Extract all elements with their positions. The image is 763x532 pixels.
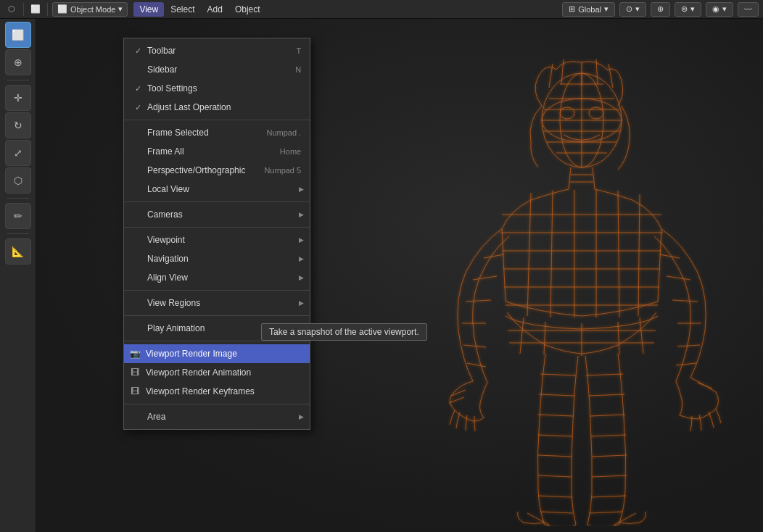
viewport[interactable]: ✓ Toolbar T Sidebar N ✓ Tool Settings ✓ …: [36, 19, 763, 532]
menu-frame-all[interactable]: Frame All Home: [124, 142, 310, 161]
menu-add[interactable]: Add: [202, 2, 228, 17]
tool-settings-check: ✓: [133, 84, 143, 93]
svg-line-52: [618, 322, 619, 354]
local-check: [133, 185, 143, 194]
frame-selected-label: Frame Selected: [147, 128, 247, 138]
menu-align-view[interactable]: Align View: [124, 268, 310, 287]
sidebar-shortcut: N: [295, 65, 301, 74]
overlays[interactable]: 〰: [738, 2, 759, 17]
pivot-selector[interactable]: ⊙ ▾: [619, 2, 646, 17]
chevron-down-icon5: ▾: [722, 4, 727, 14]
menu-area[interactable]: Area: [124, 407, 310, 426]
left-toolbar: ⬜ ⊕ ✛ ↻ ⤢ ⬡ ✏ 📐: [0, 19, 36, 532]
svg-line-69: [592, 475, 627, 477]
menu-select[interactable]: Select: [165, 2, 200, 17]
scale-tool[interactable]: ⤢: [5, 140, 31, 166]
menu-toolbar[interactable]: ✓ Toolbar T: [124, 41, 310, 60]
svg-line-47: [676, 363, 696, 365]
svg-line-18: [569, 167, 571, 189]
menu-view[interactable]: View: [133, 2, 164, 17]
svg-line-33: [638, 194, 640, 316]
main-area: ⬜ ⊕ ✛ ↻ ⤢ ⬡ ✏ 📐: [0, 19, 763, 532]
menu-viewport-render-image[interactable]: 📷 Viewport Render Image: [124, 344, 310, 363]
tool-separator-3: [7, 233, 29, 234]
menu-perspective-ortho[interactable]: Perspective/Orthographic Numpad 5: [124, 161, 310, 180]
menu-navigation[interactable]: Navigation: [124, 249, 310, 268]
frame-all-label: Frame All: [147, 146, 261, 157]
menu-sidebar[interactable]: Sidebar N: [124, 60, 310, 79]
move-tool[interactable]: ✛: [5, 85, 31, 111]
cameras-check: [133, 210, 143, 219]
menu-view-regions[interactable]: View Regions: [124, 294, 310, 312]
svg-line-35: [473, 276, 497, 280]
select-icon: ⬜: [28, 2, 43, 17]
adjust-last-check: ✓: [133, 103, 143, 112]
svg-line-43: [667, 276, 690, 280]
chevron-down-icon3: ▾: [635, 4, 640, 14]
object-mode-label: Object Mode: [70, 5, 115, 14]
svg-line-50: [544, 322, 545, 354]
svg-line-73: [614, 513, 636, 525]
select-box-icon: ⬜: [12, 29, 24, 41]
svg-line-62: [539, 496, 572, 497]
transform-tool[interactable]: ⬡: [5, 167, 31, 194]
tooltip-text: Take a snapshot of the active viewport.: [269, 327, 419, 337]
topbar: ⬡ ⬜ ⬜ Object Mode ▾ View Select Add Obje…: [0, 0, 763, 19]
select-box-tool[interactable]: ⬜: [5, 22, 31, 48]
svg-line-48: [698, 383, 712, 388]
toolbar-check: ✓: [133, 46, 143, 56]
separator: [23, 3, 24, 16]
svg-line-28: [527, 193, 531, 316]
viewport-render-animation-label: Viewport Render Animation: [146, 367, 301, 378]
measure-tool[interactable]: 📐: [5, 238, 31, 265]
transform-selector[interactable]: ⊞ Global ▾: [562, 2, 615, 17]
svg-line-29: [550, 191, 553, 317]
separator-3: [124, 227, 310, 228]
svg-line-70: [591, 496, 626, 497]
chevron-down-icon2: ▾: [604, 4, 609, 14]
separator-1: [124, 120, 310, 120]
svg-line-17: [609, 64, 613, 88]
menu-adjust-last[interactable]: ✓ Adjust Last Operation: [124, 98, 310, 117]
annotate-icon: ✏: [14, 210, 22, 222]
proportional-editing[interactable]: ⊚ ▾: [675, 2, 701, 17]
persp-shortcut: Numpad 5: [264, 166, 301, 175]
menu-viewport-render-animation[interactable]: 🎞 Viewport Render Animation: [124, 363, 310, 382]
svg-line-63: [540, 512, 573, 513]
svg-line-66: [590, 415, 625, 416]
svg-line-64: [586, 374, 623, 375]
play-animation-label: Play Animation: [147, 323, 248, 333]
snap-selector[interactable]: ⊕: [651, 2, 670, 17]
frame-all-shortcut: Home: [280, 147, 301, 156]
menu-frame-selected[interactable]: Frame Selected Numpad .: [124, 123, 310, 142]
viewpoint-label: Viewpoint: [147, 235, 301, 245]
area-check: [133, 412, 143, 421]
separator-4: [124, 290, 310, 291]
annotate-tool[interactable]: ✏: [5, 203, 31, 229]
svg-line-53: [640, 317, 643, 354]
menu-tool-settings[interactable]: ✓ Tool Settings: [124, 79, 310, 98]
rotate-icon: ↻: [14, 120, 22, 131]
menu-cameras[interactable]: Cameras: [124, 205, 310, 224]
menu-viewport-render-keyframes[interactable]: 🎞 Viewport Render Keyframes: [124, 382, 310, 401]
svg-line-44: [672, 300, 698, 302]
menu-viewpoint[interactable]: Viewpoint: [124, 230, 310, 249]
menu-bar: View Select Add Object: [133, 2, 265, 17]
svg-line-59: [538, 435, 572, 436]
separator-7: [124, 404, 310, 404]
svg-point-5: [560, 107, 574, 119]
svg-line-19: [593, 167, 595, 189]
frame-selected-shortcut: Numpad .: [266, 128, 301, 137]
svg-line-42: [659, 254, 680, 258]
persp-label: Perspective/Orthographic: [147, 165, 245, 175]
menu-object[interactable]: Object: [229, 2, 266, 17]
rotate-tool[interactable]: ↻: [5, 112, 31, 138]
snap-icon: ⊕: [657, 4, 664, 14]
cursor-tool[interactable]: ⊕: [5, 49, 31, 75]
menu-local-view[interactable]: Local View: [124, 180, 310, 199]
separator-6: [124, 341, 310, 341]
object-mode-selector[interactable]: ⬜ Object Mode ▾: [52, 2, 128, 17]
app-icon: ⬡: [4, 2, 19, 17]
separator2: [47, 3, 48, 16]
render-engine[interactable]: ◉ ▾: [706, 2, 733, 17]
